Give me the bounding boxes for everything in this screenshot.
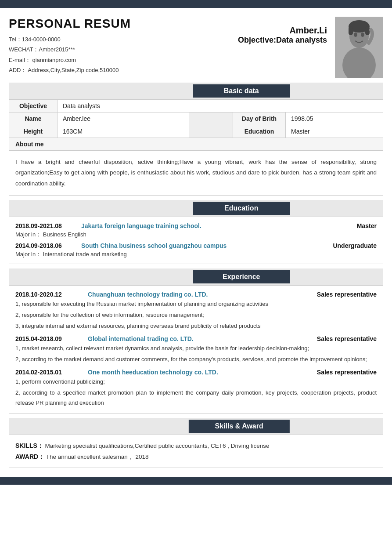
- edu-degree-2: Undergraduate: [324, 242, 377, 249]
- candidate-name: Amber.Li: [289, 25, 327, 36]
- education-header-wrap: Education: [9, 200, 383, 217]
- table-row-height: Height 163CM Education Master: [9, 125, 383, 138]
- page: PERSONAL RESUM Tel：134-0000-0000 WECHAT：…: [0, 8, 392, 468]
- edu-entry-2: 2014.09-2018.06 South China business sch…: [15, 242, 377, 258]
- skills-line: SKILLS： Marketing specialist qualificati…: [15, 440, 377, 451]
- header-right: Amber.Li Objective:Data analysts: [238, 17, 383, 78]
- svg-rect-7: [365, 26, 370, 35]
- height-label: Height: [9, 125, 58, 138]
- exp-title-3: Sales representative: [306, 369, 377, 376]
- bottom-bar: [0, 477, 392, 485]
- skills-header-wrap: Skills & Award: [9, 418, 383, 435]
- skills-section: SKILLS： Marketing specialist qualificati…: [9, 435, 383, 468]
- edu-major-2: Major in： International trade and market…: [15, 250, 377, 258]
- table-row-name: Name Amber.lee Day of Brith 1998.05: [9, 112, 383, 125]
- exp-entry-2: 2015.04-2018.09 Global international tra…: [15, 335, 377, 364]
- about-me-label: About me: [9, 138, 383, 151]
- tel: Tel：134-0000-0000: [9, 34, 131, 44]
- edu-degree-1: Master: [324, 222, 377, 229]
- contact-info: Tel：134-0000-0000 WECHAT：Amber2015*** E-…: [9, 34, 131, 76]
- exp-company-3: One month heeducation technology co. LTD…: [88, 369, 298, 376]
- name-label: Name: [9, 112, 58, 125]
- exp-company-1: Chuanghuan technology trading co. LTD.: [88, 291, 298, 298]
- award-line: AWARD： The annual excellent salesman， 20…: [15, 451, 377, 462]
- exp-company-2: Global international trading co. LTD.: [88, 335, 298, 342]
- edu-date-2: 2014.09-2018.06: [15, 242, 72, 249]
- exp-row-2: 2015.04-2018.09 Global international tra…: [15, 335, 377, 342]
- exp-detail-2-1: 2, according to the market demand and cu…: [15, 355, 377, 364]
- award-label: AWARD：: [15, 453, 44, 460]
- experience-header-wrap: Experience: [9, 268, 383, 285]
- education-value: Master: [286, 125, 383, 138]
- exp-date-2: 2015.04-2018.09: [15, 335, 79, 342]
- email: E-mail： qianmianpro.com: [9, 55, 131, 65]
- edu-school-2: South China business school guangzhou ca…: [81, 242, 315, 249]
- svg-rect-6: [349, 26, 353, 35]
- objective-value: Data analysts: [58, 100, 383, 112]
- exp-date-1: 2018.10-2020.12: [15, 291, 79, 298]
- exp-entry-3: 2014.02-2015.01 One month heeducation te…: [15, 369, 377, 407]
- basic-data-section-title: Basic data: [193, 84, 290, 98]
- edu-school-1: Jakarta foreign language training school…: [81, 222, 315, 229]
- exp-detail-3-1: 2, according to a specified market promo…: [15, 388, 377, 407]
- svg-point-3: [354, 33, 357, 37]
- dob-value: 1998.05: [286, 112, 383, 125]
- name-objective-block: Amber.Li Objective:Data analysts: [238, 25, 327, 45]
- resume-title: PERSONAL RESUM: [9, 17, 131, 31]
- table-row-about-me-label: About me: [9, 138, 383, 151]
- experience-section-title: Experience: [193, 270, 290, 283]
- edu-row-2: 2014.09-2018.06 South China business sch…: [15, 242, 377, 249]
- exp-entry-1: 2018.10-2020.12 Chuanghuan technology tr…: [15, 291, 377, 331]
- height-value: 163CM: [58, 125, 189, 138]
- skills-section-title: Skills & Award: [188, 420, 289, 433]
- edu-entry-1: 2018.09-2021.08 Jakarta foreign language…: [15, 222, 377, 239]
- dob-label: Day of Brith: [233, 112, 286, 125]
- edu-date-1: 2018.09-2021.08: [15, 222, 72, 229]
- header-left: PERSONAL RESUM Tel：134-0000-0000 WECHAT：…: [9, 17, 131, 76]
- skills-value: Marketing specialist qualifications,Cert…: [43, 443, 270, 449]
- basic-data-table: Objective Data analysts Name Amber.lee D…: [9, 99, 383, 151]
- exp-detail-2-0: 1, market research, collect relevant mar…: [15, 344, 377, 353]
- basic-data-header-wrap: Basic data: [9, 83, 383, 99]
- table-row-objective: Objective Data analysts: [9, 100, 383, 112]
- experience-section: 2018.10-2020.12 Chuanghuan technology tr…: [9, 285, 383, 414]
- education-label: Education: [233, 125, 286, 138]
- edu-major-1: Major in： Business English: [15, 231, 377, 239]
- exp-detail-1-1: 2, responsible for the collection of web…: [15, 310, 377, 320]
- exp-title-2: Sales representative: [306, 335, 377, 342]
- candidate-objective: Objective:Data analysts: [238, 36, 327, 45]
- photo: [335, 17, 383, 78]
- svg-point-4: [361, 33, 364, 37]
- name-value: Amber.lee: [58, 112, 189, 125]
- objective-label: Objective: [9, 100, 58, 112]
- address: ADD： Address,City,State,Zip code,510000: [9, 65, 131, 75]
- exp-detail-3-0: 1, perform conventional publicizing;: [15, 377, 377, 387]
- award-value: The annual excellent salesman， 2018: [44, 453, 148, 460]
- skills-label: SKILLS：: [15, 442, 43, 449]
- exp-detail-1-2: 3, integrate internal and external resou…: [15, 321, 377, 331]
- about-me-text: I have a bright and cheerful disposition…: [9, 151, 383, 196]
- education-section-title: Education: [193, 202, 290, 215]
- education-section: 2018.09-2021.08 Jakarta foreign language…: [9, 217, 383, 264]
- exp-title-1: Sales representative: [306, 291, 377, 298]
- exp-detail-1-0: 1, responsible for executing the Russian…: [15, 299, 377, 309]
- top-bar: [0, 0, 392, 8]
- wechat: WECHAT：Amber2015***: [9, 44, 131, 54]
- header: PERSONAL RESUM Tel：134-0000-0000 WECHAT：…: [9, 17, 383, 78]
- edu-row-1: 2018.09-2021.08 Jakarta foreign language…: [15, 222, 377, 229]
- photo-svg: [335, 17, 383, 78]
- exp-date-3: 2014.02-2015.01: [15, 369, 79, 376]
- exp-row-3: 2014.02-2015.01 One month heeducation te…: [15, 369, 377, 376]
- photo-placeholder: [335, 17, 383, 78]
- exp-row-1: 2018.10-2020.12 Chuanghuan technology tr…: [15, 291, 377, 298]
